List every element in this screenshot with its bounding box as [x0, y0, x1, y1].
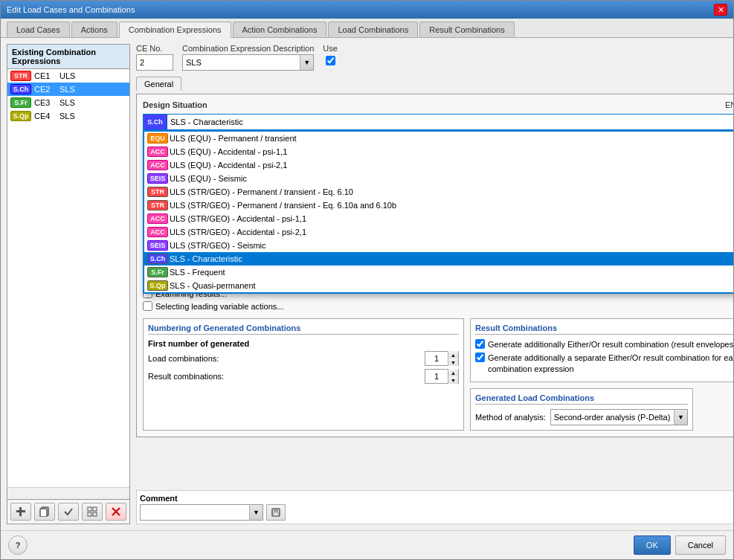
- comment-input[interactable]: [141, 506, 249, 518]
- dropdown-item[interactable]: SEIS ULS (EQU) - Seismic: [144, 172, 733, 185]
- spin-buttons: ▲ ▼: [448, 351, 458, 366]
- bottom-panels: Numbering of Generated Combinations Firs…: [143, 318, 733, 431]
- svg-rect-3: [40, 509, 47, 517]
- dropdown-item[interactable]: ACC ULS (STR/GEO) - Accidental - psi-1,1: [144, 212, 733, 225]
- dropdown-item[interactable]: STR ULS (STR/GEO) - Permanent / transien…: [144, 185, 733, 199]
- numbering-panel: Numbering of Generated Combinations Firs…: [143, 318, 464, 431]
- badge-sqp: S.Qp: [147, 280, 168, 291]
- tab-load-combinations[interactable]: Load Combinations: [328, 22, 418, 37]
- list-item[interactable]: S.Fr CE3 SLS: [7, 96, 129, 109]
- tab-actions[interactable]: Actions: [71, 22, 117, 37]
- badge-sch: S.Ch: [147, 254, 168, 264]
- separate-either-or-checkbox[interactable]: [475, 353, 485, 362]
- method-select-arrow[interactable]: ▼: [674, 410, 687, 425]
- badge-sfr: S.Fr: [147, 267, 168, 277]
- design-situation-badge: S.Ch: [144, 115, 167, 129]
- spin-up-button[interactable]: ▲: [448, 369, 458, 376]
- use-group: Use: [323, 44, 338, 65]
- selecting-variable-row: Selecting leading variable actions...: [143, 301, 733, 311]
- either-or-checkbox[interactable]: [475, 339, 485, 349]
- dropdown-item[interactable]: SEIS ULS (STR/GEO) - Seismic: [144, 239, 733, 252]
- grid-button[interactable]: [82, 503, 103, 521]
- design-situation-text: SLS - Characteristic: [167, 116, 733, 128]
- tab-general[interactable]: General: [136, 77, 181, 91]
- badge-seis: SEIS: [147, 173, 168, 184]
- dropdown-item[interactable]: ACC ULS (STR/GEO) - Accidental - psi-2,1: [144, 225, 733, 239]
- combo-id: CE1: [34, 71, 57, 80]
- close-button[interactable]: ✕: [714, 4, 727, 16]
- badge-acc: ACC: [147, 147, 168, 157]
- combo-desc-field: SLS ▼: [182, 54, 314, 71]
- svg-rect-5: [93, 507, 97, 511]
- result-combinations-value[interactable]: [425, 372, 448, 381]
- check-button[interactable]: [58, 503, 79, 521]
- separate-either-or-row: Generate additionally a separate Either/…: [475, 353, 733, 374]
- copy-button[interactable]: [34, 503, 55, 521]
- dropdown-item[interactable]: S.Qp SLS - Quasi-permanent: [144, 279, 733, 292]
- dropdown-item-text: ULS (EQU) - Seismic: [170, 174, 247, 183]
- selecting-variable-checkbox[interactable]: [143, 301, 152, 311]
- dropdown-item-selected[interactable]: S.Ch SLS - Characteristic: [144, 252, 733, 265]
- load-combinations-value[interactable]: [425, 354, 448, 363]
- combo-type: SLS: [59, 98, 75, 107]
- dropdown-item[interactable]: S.Fr SLS - Frequent: [144, 265, 733, 279]
- design-situation-trigger[interactable]: S.Ch SLS - Characteristic ▼: [143, 114, 733, 130]
- design-situation-norm: EN 1990 | CEN: [725, 100, 733, 109]
- bottom-bar: ? OK Cancel: [1, 530, 733, 559]
- badge-equ: EQU: [147, 133, 168, 144]
- dropdown-item[interactable]: ACC ULS (EQU) - Accidental - psi-1,1: [144, 145, 733, 158]
- badge-sqp: S.Qp: [10, 111, 31, 121]
- badge-sfr: S.Fr: [10, 97, 31, 108]
- left-panel: Existing Combination Expressions STR CE1…: [7, 44, 130, 524]
- svg-rect-1: [19, 507, 22, 516]
- ce-no-input[interactable]: 2: [136, 54, 173, 71]
- method-select[interactable]: Second-order analysis (P-Delta) ▼: [550, 409, 688, 425]
- selecting-variable-label: Selecting leading variable actions...: [155, 302, 283, 311]
- dropdown-item[interactable]: EQU ULS (EQU) - Permanent / transient: [144, 132, 733, 145]
- list-item[interactable]: STR CE1 ULS: [7, 69, 129, 83]
- tab-action-combinations[interactable]: Action Combinations: [233, 22, 327, 37]
- help-button[interactable]: ?: [8, 535, 28, 555]
- combo-desc-input[interactable]: SLS: [183, 57, 300, 68]
- dropdown-item[interactable]: STR ULS (STR/GEO) - Permanent / transien…: [144, 199, 733, 212]
- left-panel-scrollbar[interactable]: [7, 487, 129, 499]
- add-row-button[interactable]: [10, 503, 31, 521]
- main-tab-bar: Load Cases Actions Combination Expressio…: [1, 19, 733, 38]
- dropdown-item-text: ULS (EQU) - Permanent / transient: [170, 134, 297, 143]
- dropdown-item-text: ULS (STR/GEO) - Permanent / transient - …: [170, 187, 353, 196]
- svg-rect-4: [88, 507, 91, 511]
- result-combinations-label: Result combinations:: [148, 372, 224, 381]
- spin-down-button[interactable]: ▼: [448, 376, 458, 384]
- ok-button[interactable]: OK: [634, 535, 671, 555]
- title-bar: Edit Load Cases and Combinations ✕: [1, 1, 733, 19]
- comment-save-button[interactable]: [266, 504, 286, 521]
- cancel-button[interactable]: Cancel: [675, 535, 726, 555]
- dropdown-item-text: SLS - Frequent: [170, 268, 225, 277]
- right-panel: CE No. 2 Combination Expression Descript…: [136, 44, 733, 524]
- comment-section: Comment ▼: [136, 490, 733, 524]
- comment-dropdown-arrow[interactable]: ▼: [249, 505, 263, 520]
- spin-down-button[interactable]: ▼: [448, 358, 458, 366]
- dropdown-item-text: ULS (STR/GEO) - Seismic: [170, 241, 266, 250]
- use-checkbox[interactable]: [326, 56, 335, 65]
- badge-acc: ACC: [147, 160, 168, 170]
- method-select-text: Second-order analysis (P-Delta): [551, 411, 674, 423]
- load-combinations-label: Load combinations:: [148, 354, 219, 363]
- list-item[interactable]: S.Qp CE4 SLS: [7, 109, 129, 123]
- generated-load-panel: Generated Load Combinations Method of an…: [470, 388, 693, 431]
- tab-combination-expressions[interactable]: Combination Expressions: [119, 22, 231, 38]
- badge-str: STR: [10, 71, 31, 81]
- spin-up-button[interactable]: ▲: [448, 351, 458, 358]
- comment-label: Comment: [140, 494, 733, 503]
- tab-result-combinations[interactable]: Result Combinations: [419, 22, 515, 37]
- tab-load-cases[interactable]: Load Cases: [7, 22, 70, 37]
- design-situation-dropdown-list: EQU ULS (EQU) - Permanent / transient AC…: [143, 130, 733, 294]
- badge-str: STR: [147, 187, 168, 197]
- dropdown-item[interactable]: ACC ULS (EQU) - Accidental - psi-2,1: [144, 158, 733, 172]
- delete-button[interactable]: [106, 503, 126, 521]
- left-panel-toolbar: [7, 499, 129, 524]
- badge-acc: ACC: [147, 213, 168, 224]
- method-label: Method of analysis:: [475, 413, 546, 422]
- combo-desc-arrow[interactable]: ▼: [300, 55, 313, 70]
- list-item[interactable]: S.Ch CE2 SLS: [7, 83, 129, 96]
